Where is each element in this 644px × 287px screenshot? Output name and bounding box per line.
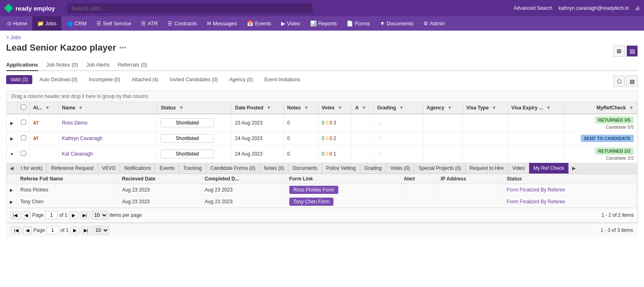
- sub-tab-votes[interactable]: Votes (0): [386, 163, 414, 174]
- inner-per-page-select[interactable]: 10 25 50: [92, 211, 108, 220]
- th-visa-type[interactable]: Visa Type ▼: [463, 102, 508, 114]
- row1-expand[interactable]: ▶: [7, 114, 17, 132]
- th-name[interactable]: Name ▼: [58, 102, 157, 114]
- tab-job-alerts[interactable]: Job Alerts: [86, 59, 110, 71]
- filter-event-invitations[interactable]: Event Invitations: [260, 75, 304, 84]
- advanced-search-link[interactable]: Advanced Search: [514, 5, 552, 11]
- sub-tab-tracking[interactable]: Tracking: [179, 163, 206, 174]
- tab-referrals[interactable]: Referrals (0): [118, 59, 147, 71]
- search-bar[interactable]: [67, 3, 313, 13]
- filter-attached[interactable]: Attached (4): [127, 75, 162, 84]
- sub-tab-police-vetting[interactable]: Police Vetting: [322, 163, 360, 174]
- next-page-btn[interactable]: ▶: [70, 227, 79, 234]
- menu-events[interactable]: 📅 Events: [242, 16, 276, 31]
- menu-home[interactable]: ⊙ Home: [2, 16, 32, 31]
- row3-grading[interactable]: ☆: [374, 145, 423, 163]
- th-date-posted[interactable]: Date Posted ▼: [232, 102, 284, 114]
- sub-tab-reference-request[interactable]: Reference Request: [47, 163, 98, 174]
- th-grading[interactable]: Grading ▼: [374, 102, 423, 114]
- sub-tab-my-ref-check[interactable]: My Ref Check: [529, 163, 568, 174]
- row3-name[interactable]: Kat Cavanagh: [58, 145, 157, 163]
- row2-name[interactable]: Kathryn Cavanagh: [58, 132, 157, 145]
- sub-tab-events[interactable]: Events: [155, 163, 179, 174]
- row2-status[interactable]: Shortlisted: [157, 132, 232, 145]
- th-votes[interactable]: Votes ▼: [318, 102, 351, 114]
- inner-th-received[interactable]: Recieved Date: [119, 174, 201, 184]
- sub-tab-candidate-forms[interactable]: Candidate Forms (0): [206, 163, 260, 174]
- inner-th-referee-name[interactable]: Referee Full Name: [17, 174, 119, 184]
- inner-row2-form-link[interactable]: Tony Chen Form: [286, 196, 400, 208]
- tab-applications[interactable]: Applications: [6, 59, 38, 71]
- th-status[interactable]: Status ▼: [157, 102, 232, 114]
- inner-th-completed[interactable]: Completed D...: [201, 174, 286, 184]
- inner-th-alert[interactable]: Alert: [400, 174, 437, 184]
- print-icon[interactable]: 🖨: [635, 5, 640, 11]
- filter-invited[interactable]: Invited Candidates (0): [166, 75, 222, 84]
- menu-documents[interactable]: ▼ Documents: [375, 16, 418, 31]
- per-page-select[interactable]: 10 25 50: [93, 226, 109, 235]
- export-btn[interactable]: ⬡: [613, 76, 625, 87]
- sub-tab-video[interactable]: Video: [508, 163, 529, 174]
- last-page-btn[interactable]: ▶|: [81, 227, 91, 234]
- th-notes[interactable]: Notes ▼: [284, 102, 318, 114]
- sub-tab-notifications[interactable]: Notifications: [120, 163, 155, 174]
- sub-tab-special-projects[interactable]: Special Projects (0): [414, 163, 465, 174]
- th-al[interactable]: Al... ▼: [29, 102, 58, 114]
- menu-self-service[interactable]: ☰ Self Service: [92, 16, 136, 31]
- menu-messages[interactable]: ✉ Messages: [202, 16, 242, 31]
- sub-tab-vevo[interactable]: VEVO: [98, 163, 120, 174]
- th-agency[interactable]: Agency ▼: [423, 102, 463, 114]
- filter-auto-declined[interactable]: Auto Declined (0): [36, 75, 82, 84]
- settings-btn[interactable]: ▤: [626, 76, 638, 87]
- inner-last-page[interactable]: ▶|: [80, 211, 90, 219]
- list-view-btn[interactable]: ▤: [626, 45, 638, 57]
- first-page-btn[interactable]: |◀: [11, 227, 21, 234]
- row2-grading[interactable]: ☆: [374, 132, 423, 145]
- filter-agency[interactable]: Agency (0): [225, 75, 257, 84]
- row3-checkbox[interactable]: [17, 145, 29, 163]
- menu-admin[interactable]: ⚙ Admin: [418, 16, 450, 31]
- row2-expand[interactable]: ▶: [7, 132, 17, 145]
- menu-reports[interactable]: 📊 Reports: [305, 16, 342, 31]
- sub-tab-request-to-hire[interactable]: Request to Hire: [465, 163, 508, 174]
- row1-name[interactable]: Ross Demo: [58, 114, 157, 132]
- menu-atr[interactable]: ☰ ATR: [136, 16, 163, 31]
- sub-tab-fitforwork[interactable]: t for work): [17, 163, 47, 174]
- th-checkbox[interactable]: [17, 102, 29, 114]
- menu-crm[interactable]: 👥 CRM: [61, 16, 92, 31]
- filter-valid[interactable]: Valid (3): [6, 75, 32, 84]
- filter-incomplete[interactable]: Incomplete (0): [85, 75, 125, 84]
- inner-th-status[interactable]: Status: [503, 174, 637, 184]
- row2-checkbox[interactable]: [17, 132, 29, 145]
- th-myrefcheck[interactable]: MyRefCheck ▼: [564, 102, 637, 114]
- inner-row1-form-link[interactable]: Ross Pickles Form: [286, 184, 400, 196]
- tab-job-notes[interactable]: Job Notes (0): [46, 59, 78, 71]
- menu-video[interactable]: ▶ Video: [276, 16, 305, 31]
- prev-page-btn[interactable]: ◀: [23, 227, 32, 234]
- sub-tab-forward[interactable]: ▶: [569, 163, 579, 174]
- inner-page-input[interactable]: [45, 211, 58, 219]
- user-email-link[interactable]: kathryn.cavanagh@readytech.io: [559, 5, 629, 11]
- select-all-checkbox[interactable]: [21, 105, 26, 110]
- sub-tab-notes[interactable]: Notes (0): [260, 163, 288, 174]
- sub-tab-documents[interactable]: Documents: [288, 163, 322, 174]
- row1-grading[interactable]: ☆: [374, 114, 423, 132]
- row3-expand[interactable]: ▼: [7, 145, 17, 163]
- row3-status[interactable]: Shortlisted: [157, 145, 232, 163]
- inner-row2-expand[interactable]: ▶: [7, 196, 17, 208]
- th-visa-expiry[interactable]: Visa Expiry ... ▼: [508, 102, 564, 114]
- th-a[interactable]: A ▼: [352, 102, 374, 114]
- inner-next-page[interactable]: ▶: [69, 211, 78, 219]
- inner-th-ip[interactable]: IP Address: [437, 174, 503, 184]
- row1-status[interactable]: Shortlisted: [157, 114, 232, 132]
- inner-first-page[interactable]: |◀: [10, 211, 20, 219]
- row1-checkbox[interactable]: [17, 114, 29, 132]
- menu-contracts[interactable]: ☰ Contracts: [163, 16, 202, 31]
- menu-jobs[interactable]: 📁 Jobs: [32, 16, 61, 31]
- breadcrumb-jobs[interactable]: Jobs: [10, 35, 20, 40]
- menu-forms[interactable]: 📄 Forms: [342, 16, 375, 31]
- search-input[interactable]: [67, 3, 313, 13]
- sub-tab-back[interactable]: ◀: [7, 163, 17, 174]
- inner-row1-expand[interactable]: ▶: [7, 184, 17, 196]
- page-input[interactable]: [47, 226, 59, 234]
